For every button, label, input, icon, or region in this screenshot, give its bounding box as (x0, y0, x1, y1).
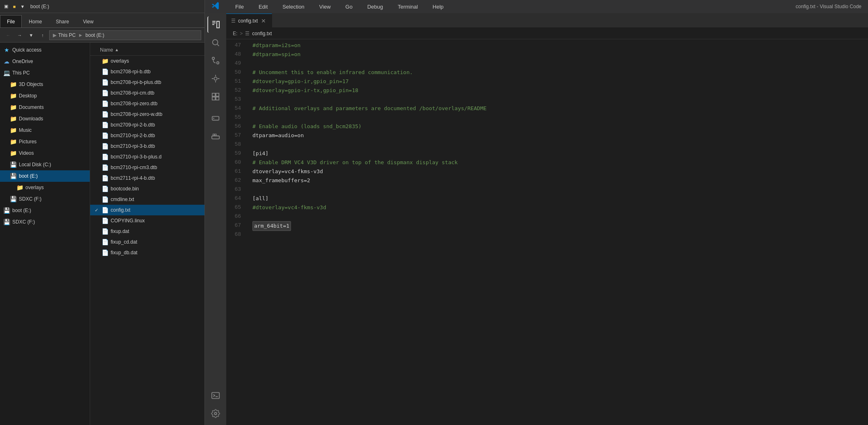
activity-explorer-icon[interactable] (207, 16, 224, 33)
file-checkbox-config[interactable]: ✓ (93, 207, 99, 213)
sidebar-item-boot-e-2[interactable]: 💾 boot (E:) (0, 205, 90, 216)
file-checkbox[interactable] (93, 239, 99, 245)
line-number: 55 (226, 113, 241, 122)
title-bar-icon-1[interactable]: ▣ (3, 4, 9, 9)
tab-share[interactable]: Share (49, 15, 76, 27)
tab-label: config.txt (238, 18, 258, 24)
activity-search-icon[interactable] (207, 34, 224, 51)
activity-git-icon[interactable] (207, 52, 224, 69)
code-line: # Uncomment this to enable infrared comm… (252, 68, 868, 77)
file-checkbox[interactable] (93, 228, 99, 234)
sidebar-item-desktop[interactable]: 📁 Desktop (0, 90, 90, 102)
file-checkbox[interactable] (93, 175, 99, 181)
sidebar-item-music[interactable]: 📁 Music (0, 124, 90, 136)
title-bar-icon-3[interactable]: ▼ (20, 4, 25, 9)
address-bar[interactable]: ▶ This PC ► boot (E:) (49, 30, 201, 40)
list-item[interactable]: 📄 bcm2711-rpi-4-b.dtb (90, 173, 205, 183)
file-name: bcm2710-rpi-3-b-plus.d (111, 154, 161, 160)
list-item[interactable]: 📄 bcm2710-rpi-2-b.dtb (90, 130, 205, 141)
file-icon: 📄 (102, 100, 108, 107)
file-checkbox[interactable] (93, 69, 99, 75)
menu-view[interactable]: View (317, 3, 333, 11)
line-number: 58 (226, 140, 241, 149)
list-item[interactable]: 📄 bcm2710-rpi-3-b.dtb (90, 141, 205, 151)
activity-docker-icon[interactable] (207, 128, 224, 144)
list-item[interactable]: 📄 bcm2708-rpi-b.dtb (90, 66, 205, 77)
file-checkbox[interactable] (93, 186, 99, 192)
activity-terminal-icon[interactable] (207, 387, 224, 404)
list-item[interactable]: 📁 overlays (90, 56, 205, 66)
file-checkbox[interactable] (93, 218, 99, 224)
sidebar-item-quick-access[interactable]: ★ Quick access (0, 44, 90, 56)
back-button[interactable]: ← (3, 30, 13, 40)
sidebar-item-sdxc-f-2[interactable]: 💾 SDXC (F:) (0, 216, 90, 228)
list-item[interactable]: 📄 fixup_cd.dat (90, 237, 205, 247)
list-item[interactable]: 📄 bcm2708-rpi-cm.dtb (90, 88, 205, 98)
activity-debug-icon[interactable] (207, 70, 224, 87)
list-item[interactable]: 📄 bcm2708-rpi-zero.dtb (90, 98, 205, 109)
sidebar-item-3d-objects[interactable]: 📁 3D Objects (0, 79, 90, 90)
code-content[interactable]: #dtparam=i2s=on#dtparam=spi=on # Uncomme… (246, 39, 868, 425)
sidebar-item-overlays[interactable]: 📁 overlays (0, 182, 90, 193)
sidebar-item-downloads[interactable]: 📁 Downloads (0, 113, 90, 124)
editor-container[interactable]: 4748495051525354555657585960616263646566… (226, 39, 868, 425)
sidebar-item-onedrive[interactable]: ☁ OneDrive (0, 56, 90, 67)
activity-remote-icon[interactable] (207, 110, 224, 126)
list-item[interactable]: 📄 fixup.dat (90, 226, 205, 237)
file-checkbox[interactable] (93, 197, 99, 202)
menu-help[interactable]: Help (430, 3, 446, 11)
list-item[interactable]: 📄 COPYING.linux (90, 215, 205, 226)
list-item[interactable]: 📄 fixup_db.dat (90, 247, 205, 258)
file-checkbox[interactable] (93, 58, 99, 64)
tab-home[interactable]: Home (22, 15, 49, 27)
list-item[interactable]: 📄 bcm2709-rpi-2-b.dtb (90, 120, 205, 130)
list-item[interactable]: 📄 bcm2708-rpi-b-plus.dtb (90, 77, 205, 88)
file-checkbox[interactable] (93, 143, 99, 149)
forward-button[interactable]: → (15, 30, 25, 40)
menu-edit[interactable]: Edit (256, 3, 270, 11)
sidebar-item-documents[interactable]: 📁 Documents (0, 102, 90, 113)
sidebar-item-boot-e[interactable]: 💾 boot (E:) (0, 170, 90, 182)
tab-close-button[interactable]: ✕ (260, 18, 267, 24)
file-checkbox[interactable] (93, 133, 99, 138)
file-checkbox[interactable] (93, 90, 99, 96)
file-checkbox[interactable] (93, 101, 99, 106)
tab-file[interactable]: File (0, 15, 22, 27)
sidebar-label-sdxc-f-2: SDXC (F:) (12, 219, 35, 225)
menu-selection[interactable]: Selection (280, 3, 307, 11)
activity-extensions-icon[interactable] (207, 88, 224, 105)
sidebar-item-this-pc[interactable]: 💻 This PC (0, 67, 90, 79)
sidebar-label-3d-objects: 3D Objects (19, 81, 43, 87)
file-checkbox[interactable] (93, 165, 99, 170)
list-item[interactable]: 📄 bcm2710-rpi-3-b-plus.d (90, 151, 205, 162)
nav-bar: ← → ▼ ↑ ▶ This PC ► boot (E:) (0, 28, 205, 43)
list-item[interactable]: 📄 bcm2708-rpi-zero-w.dtb (90, 109, 205, 120)
file-checkbox[interactable] (93, 122, 99, 128)
recent-button[interactable]: ▼ (26, 30, 36, 40)
file-checkbox[interactable] (93, 111, 99, 117)
tab-view[interactable]: View (76, 15, 100, 27)
list-item-config[interactable]: ✓ 📄 config.txt (90, 205, 205, 215)
menu-debug[interactable]: Debug (365, 3, 385, 11)
ribbon-tabs: File Home Share View (0, 13, 205, 28)
menu-go[interactable]: Go (343, 3, 355, 11)
file-checkbox[interactable] (93, 79, 99, 85)
file-checkbox[interactable] (93, 250, 99, 255)
up-button[interactable]: ↑ (38, 30, 48, 40)
title-bar-icons: ▣ ■ ▼ (3, 4, 25, 9)
sidebar-item-local-disk[interactable]: 💾 Local Disk (C:) (0, 159, 90, 170)
tab-config-txt[interactable]: ☰ config.txt ✕ (226, 14, 272, 27)
sidebar-item-sdxc-f[interactable]: 💾 SDXC (F:) (0, 193, 90, 205)
line-number: 65 (226, 203, 241, 212)
activity-settings-icon[interactable] (207, 405, 224, 422)
menu-file[interactable]: File (233, 3, 246, 11)
list-item[interactable]: 📄 cmdline.txt (90, 194, 205, 205)
sidebar-item-videos[interactable]: 📁 Videos (0, 147, 90, 159)
file-icon: 📄 (102, 122, 108, 128)
list-item[interactable]: 📄 bcm2710-rpi-cm3.dtb (90, 162, 205, 173)
list-item[interactable]: 📄 bootcode.bin (90, 183, 205, 194)
menu-terminal[interactable]: Terminal (395, 3, 420, 11)
sidebar-item-pictures[interactable]: 📁 Pictures (0, 136, 90, 147)
title-bar-icon-2[interactable]: ■ (11, 4, 17, 9)
file-checkbox[interactable] (93, 154, 99, 160)
